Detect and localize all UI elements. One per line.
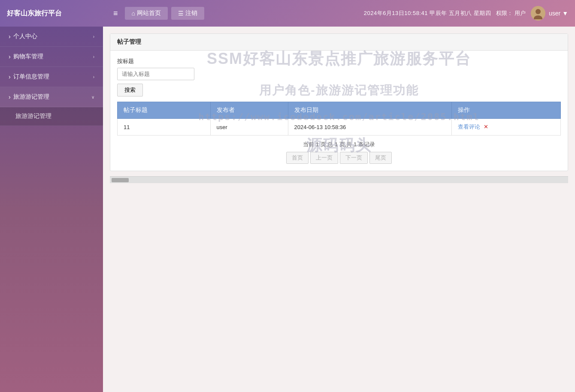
col-action: 操作 xyxy=(452,102,561,119)
table-header: 帖子标题 发布者 发布日期 操作 xyxy=(118,102,561,119)
search-input[interactable] xyxy=(117,68,194,80)
view-comments-link[interactable]: 查看评论 xyxy=(458,124,480,130)
posts-table: 帖子标题 发布者 发布日期 操作 11 user 2024-06-13 10:5… xyxy=(117,102,561,136)
header-right: 2024年6月13日10:58:41 甲辰年 五月初八 星期四 权限： 用户 u… xyxy=(364,6,568,21)
home-nav-button[interactable]: ⌂ 网站首页 xyxy=(125,7,168,20)
col-author: 发布者 xyxy=(210,102,288,119)
first-page-button[interactable]: 首页 xyxy=(286,152,309,164)
datetime-display: 2024年6月13日10:58:41 甲辰年 五月初八 星期四 xyxy=(364,9,491,17)
permission-label: 权限： 用户 xyxy=(496,9,526,17)
cell-title: 11 xyxy=(118,119,211,136)
cart-arrow-icon: › xyxy=(93,54,94,59)
sidebar-item-travel-diary[interactable]: › 旅游游记管理 ∨ xyxy=(0,87,103,107)
scrollbar-thumb[interactable] xyxy=(112,178,129,182)
svg-point-1 xyxy=(534,15,542,19)
username-display[interactable]: user ▼ xyxy=(549,10,568,17)
sidebar-sub-item-travel-diary-manage[interactable]: 旅游游记管理 xyxy=(0,107,103,126)
cart-icon: › xyxy=(9,53,11,60)
pagination-info: 当前 1 页,总 1 页,共 1 条记录 xyxy=(303,141,375,148)
cell-date: 2024-06-13 10:58:36 xyxy=(288,119,452,136)
pagination-section: 当前 1 页,总 1 页,共 1 条记录 首页 上一页 下一页 尾页 xyxy=(117,141,561,164)
home-icon: ⌂ xyxy=(132,10,135,17)
header: 好客山东旅行平台 ≡ ⌂ 网站首页 ☰ 注销 2024年6月13日10:58:4… xyxy=(0,0,575,27)
personal-arrow-icon: › xyxy=(93,34,94,39)
panel-body: 按标题 搜索 帖子标题 发布者 发布日期 操作 xyxy=(110,51,568,171)
sidebar-item-orders[interactable]: › 订单信息管理 › xyxy=(0,67,103,87)
personal-icon: › xyxy=(9,33,11,40)
svg-point-0 xyxy=(536,9,541,14)
pagination-buttons: 首页 上一页 下一页 尾页 xyxy=(286,152,392,164)
orders-arrow-icon: › xyxy=(93,75,94,79)
prev-page-button[interactable]: 上一页 xyxy=(310,152,338,164)
horizontal-scrollbar[interactable] xyxy=(110,176,568,183)
last-page-button[interactable]: 尾页 xyxy=(369,152,392,164)
travel-diary-icon: › xyxy=(9,93,11,100)
main-content: 帖子管理 按标题 搜索 帖子标题 发布者 发布日期 操作 xyxy=(103,27,575,392)
col-date: 发布日期 xyxy=(288,102,452,119)
avatar xyxy=(531,6,545,21)
dropdown-arrow-icon: ▼ xyxy=(562,10,568,17)
search-button[interactable]: 搜索 xyxy=(117,84,143,96)
sidebar-item-personal[interactable]: › 个人中心 › xyxy=(0,27,103,47)
app-logo: 好客山东旅行平台 xyxy=(7,9,110,18)
next-page-button[interactable]: 下一页 xyxy=(340,152,368,164)
search-section: 按标题 搜索 xyxy=(117,57,561,96)
sidebar-sub-travel-diary: 旅游游记管理 xyxy=(0,107,103,126)
cell-action: 查看评论 ✕ xyxy=(452,119,561,136)
delete-icon[interactable]: ✕ xyxy=(484,124,488,130)
user-menu[interactable]: user ▼ xyxy=(531,6,568,21)
logout-nav-button[interactable]: ☰ 注销 xyxy=(171,7,204,20)
table-row: 11 user 2024-06-13 10:58:36 查看评论 ✕ xyxy=(118,119,561,136)
menu-toggle-button[interactable]: ≡ xyxy=(110,7,121,20)
header-nav: ⌂ 网站首页 ☰ 注销 xyxy=(125,7,204,20)
logout-icon: ☰ xyxy=(178,10,184,17)
panel: 帖子管理 按标题 搜索 帖子标题 发布者 发布日期 操作 xyxy=(110,33,568,171)
search-label: 按标题 xyxy=(117,57,561,65)
orders-icon: › xyxy=(9,73,11,80)
cell-author: user xyxy=(210,119,288,136)
table-body: 11 user 2024-06-13 10:58:36 查看评论 ✕ xyxy=(118,119,561,136)
col-title: 帖子标题 xyxy=(118,102,211,119)
sidebar-item-cart[interactable]: › 购物车管理 › xyxy=(0,47,103,67)
sidebar: › 个人中心 › › 购物车管理 › › 订单信息管理 › › 旅游游记管理 xyxy=(0,27,103,392)
panel-title: 帖子管理 xyxy=(110,34,568,51)
main-layout: › 个人中心 › › 购物车管理 › › 订单信息管理 › › 旅游游记管理 xyxy=(0,27,575,392)
travel-diary-arrow-icon: ∨ xyxy=(91,95,94,100)
